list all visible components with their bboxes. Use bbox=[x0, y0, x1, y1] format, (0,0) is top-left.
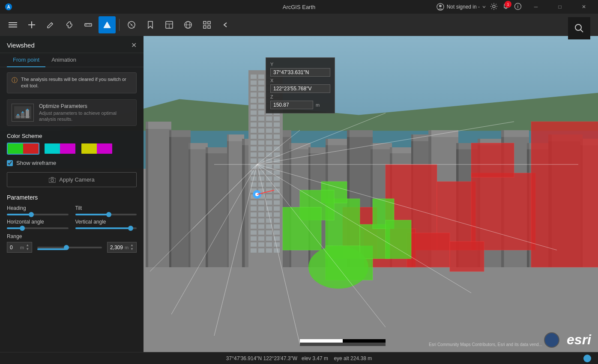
camera-icon bbox=[49, 177, 56, 183]
color-scheme-3[interactable] bbox=[81, 143, 113, 155]
color-scheme-label: Color Scheme bbox=[7, 133, 137, 139]
range-min-group: 0 m ▲ ▼ bbox=[7, 242, 32, 253]
heading-slider-track[interactable] bbox=[7, 214, 69, 215]
range-min-unit: m bbox=[20, 245, 24, 250]
tab-animation[interactable]: Animation bbox=[45, 53, 82, 67]
main-content: Y X Z m esri Esri Community Maps Contr bbox=[0, 36, 598, 352]
info-banner: ⓘ The analysis results will be cleared i… bbox=[7, 72, 137, 93]
vertical-angle-label: Vertical angle bbox=[75, 219, 137, 225]
svg-rect-36 bbox=[21, 112, 24, 118]
optimize-description: Adjust parameters to achieve optimal ana… bbox=[39, 110, 132, 122]
svg-rect-29 bbox=[208, 21, 210, 24]
globe-icon bbox=[184, 21, 192, 29]
vertical-angle-thumb[interactable] bbox=[128, 226, 133, 231]
range-max-group: 2,309 m ▲ ▼ bbox=[107, 242, 137, 253]
z-input[interactable] bbox=[270, 101, 313, 109]
collapse-icon bbox=[221, 21, 230, 29]
range-slider-fill bbox=[37, 248, 66, 250]
link-button[interactable] bbox=[61, 16, 78, 33]
grid-icon bbox=[203, 21, 211, 29]
close-button[interactable]: ✕ bbox=[574, 0, 594, 14]
optimize-visual bbox=[14, 106, 31, 119]
status-eye-alt: eye alt 224.38 m bbox=[334, 355, 372, 361]
globe-button[interactable] bbox=[179, 16, 197, 33]
notifications-btn[interactable]: 1 bbox=[502, 3, 510, 12]
swatch-3-left bbox=[81, 143, 97, 155]
swatch-2-left bbox=[45, 143, 60, 155]
heading-label: Heading bbox=[7, 205, 69, 211]
swatch-1-right bbox=[23, 143, 39, 155]
wireframe-checkbox[interactable] bbox=[7, 160, 13, 166]
color-scheme-section: Color Scheme bbox=[7, 133, 137, 155]
bookmark-button[interactable] bbox=[142, 16, 159, 33]
panel-close-button[interactable]: ✕ bbox=[131, 41, 137, 49]
tab-from-point[interactable]: From point bbox=[7, 53, 45, 67]
svg-point-32 bbox=[575, 24, 581, 30]
menu-icon bbox=[9, 21, 17, 29]
add-button[interactable] bbox=[23, 16, 40, 33]
info-btn[interactable]: i bbox=[514, 3, 522, 12]
tilt-col: Tilt bbox=[75, 205, 137, 215]
collapse-button[interactable] bbox=[217, 16, 234, 33]
search-button[interactable] bbox=[568, 17, 590, 39]
layout-button[interactable] bbox=[161, 16, 178, 33]
svg-rect-31 bbox=[208, 26, 210, 28]
measure-button[interactable] bbox=[80, 16, 97, 33]
color-scheme-1[interactable] bbox=[7, 143, 39, 155]
apply-camera-button[interactable]: Apply Camera bbox=[7, 172, 137, 187]
analysis-button[interactable] bbox=[123, 16, 140, 33]
range-slider-container[interactable] bbox=[37, 247, 102, 248]
range-max-up[interactable]: ▲ bbox=[130, 244, 134, 247]
y-input[interactable] bbox=[270, 68, 330, 77]
range-slider-thumb[interactable] bbox=[64, 245, 69, 250]
svg-point-3 bbox=[439, 5, 442, 7]
svg-marker-17 bbox=[104, 22, 111, 28]
settings-btn[interactable] bbox=[490, 3, 498, 12]
user-icon bbox=[437, 3, 444, 11]
color-scheme-2[interactable] bbox=[44, 143, 76, 155]
vertical-angle-col: Vertical angle bbox=[75, 219, 137, 229]
status-indicator bbox=[583, 355, 591, 362]
optimize-parameters-block[interactable]: Optimize Parameters Adjust parameters to… bbox=[7, 99, 137, 126]
tilt-slider-thumb[interactable] bbox=[106, 212, 111, 217]
info-warn-icon: ⓘ bbox=[12, 77, 18, 84]
edit-button[interactable] bbox=[42, 16, 59, 33]
heading-slider-thumb[interactable] bbox=[29, 212, 34, 217]
add-icon bbox=[27, 21, 36, 29]
mini-globe[interactable] bbox=[544, 332, 559, 348]
range-max-down[interactable]: ▼ bbox=[130, 248, 134, 251]
status-coords: 37°47'36.914"N 122°23'47.3"W elev 3.47 m… bbox=[226, 355, 372, 361]
titlebar: A ArcGIS Earth Not signed in - bbox=[0, 0, 598, 14]
panel-tabs: From point Animation bbox=[0, 53, 144, 67]
svg-rect-9 bbox=[9, 27, 17, 27]
user-status[interactable]: Not signed in - bbox=[447, 4, 480, 10]
horizontal-angle-slider[interactable] bbox=[7, 227, 69, 229]
range-max-spinner[interactable]: ▲ ▼ bbox=[130, 244, 134, 251]
svg-point-40 bbox=[22, 111, 24, 113]
range-min-spinner[interactable]: ▲ ▼ bbox=[26, 244, 29, 251]
status-coords-value: 37°47'36.914"N 122°23'47.3"W bbox=[226, 355, 297, 361]
heading-slider-fill bbox=[7, 214, 31, 215]
minimize-button[interactable]: ─ bbox=[526, 0, 546, 14]
tilt-slider-fill bbox=[75, 214, 109, 215]
range-label: Range bbox=[7, 233, 137, 239]
user-dropdown-icon bbox=[482, 5, 486, 9]
x-input[interactable] bbox=[270, 84, 330, 93]
viewshed-button[interactable] bbox=[99, 16, 116, 33]
range-min-down[interactable]: ▼ bbox=[26, 248, 29, 251]
tilt-slider-track[interactable] bbox=[75, 214, 137, 215]
svg-text:i: i bbox=[517, 4, 519, 9]
horizontal-angle-thumb[interactable] bbox=[20, 226, 25, 231]
svg-rect-12 bbox=[85, 24, 92, 26]
grid-button[interactable] bbox=[198, 16, 215, 33]
vertical-angle-slider[interactable] bbox=[75, 227, 137, 229]
analysis-icon bbox=[127, 21, 136, 29]
angles-row: Horizontal angle Vertical angle bbox=[7, 219, 137, 229]
range-min-up[interactable]: ▲ bbox=[26, 244, 29, 247]
apply-camera-label: Apply Camera bbox=[59, 176, 94, 183]
menu-button[interactable] bbox=[4, 16, 21, 33]
svg-rect-28 bbox=[203, 21, 206, 24]
wireframe-label[interactable]: Show wireframe bbox=[16, 160, 56, 166]
restore-button[interactable]: □ bbox=[550, 0, 570, 14]
svg-text:A: A bbox=[7, 5, 10, 9]
